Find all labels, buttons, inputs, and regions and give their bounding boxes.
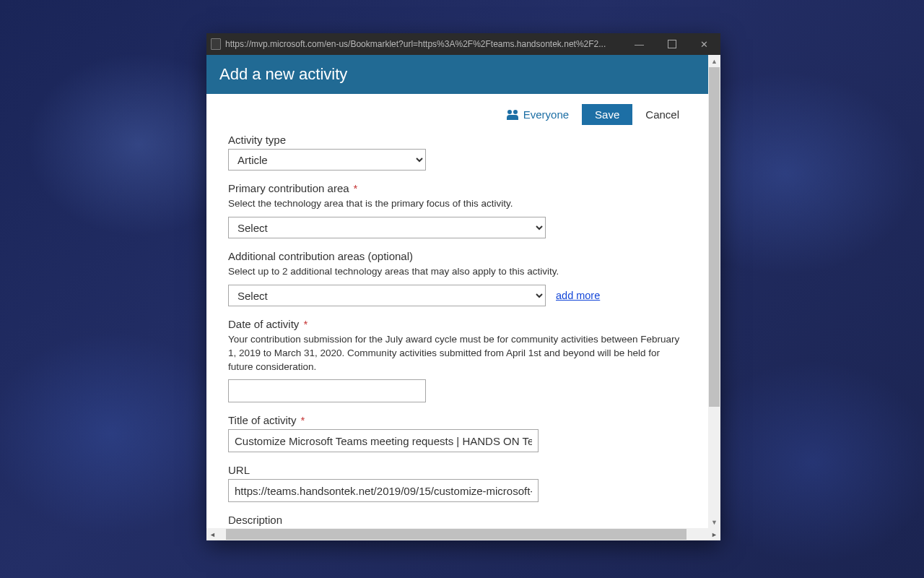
input-title[interactable] bbox=[228, 429, 539, 452]
vertical-scrollbar[interactable]: ▲ ▼ bbox=[708, 55, 720, 528]
minimize-button[interactable]: — bbox=[623, 33, 655, 55]
label-title: Title of activity* bbox=[228, 414, 687, 426]
field-activity-type: Activity type Article bbox=[228, 134, 687, 171]
visibility-label: Everyone bbox=[523, 108, 569, 121]
horizontal-scrollbar[interactable]: ◄ ► bbox=[206, 528, 720, 540]
select-additional-areas[interactable]: Select bbox=[228, 285, 546, 306]
page-title: Add a new activity bbox=[206, 55, 708, 94]
field-description: Description bbox=[228, 514, 687, 528]
add-more-link[interactable]: add more bbox=[556, 290, 600, 301]
field-primary-area: Primary contribution area* Select the te… bbox=[228, 182, 687, 238]
help-date: Your contribution submission for the Jul… bbox=[228, 333, 687, 374]
select-activity-type[interactable]: Article bbox=[228, 149, 426, 171]
input-url[interactable] bbox=[228, 479, 539, 502]
label-description: Description bbox=[228, 514, 687, 526]
field-date: Date of activity* Your contribution subm… bbox=[228, 318, 687, 403]
visibility-everyone[interactable]: Everyone bbox=[506, 108, 569, 121]
page: Add a new activity Everyone Save Cancel … bbox=[206, 55, 708, 528]
help-additional-areas: Select up to 2 additional technology are… bbox=[228, 265, 687, 279]
help-primary-area: Select the technology area that is the p… bbox=[228, 197, 687, 211]
field-url: URL bbox=[228, 464, 687, 502]
scroll-right-arrow[interactable]: ► bbox=[708, 528, 720, 540]
select-primary-area[interactable]: Select bbox=[228, 217, 546, 238]
address-bar-text: https://mvp.microsoft.com/en-us/Bookmark… bbox=[225, 39, 623, 49]
page-icon bbox=[211, 38, 221, 50]
label-url: URL bbox=[228, 464, 687, 476]
people-icon bbox=[506, 110, 519, 120]
cancel-button[interactable]: Cancel bbox=[645, 108, 679, 121]
required-marker: * bbox=[354, 182, 358, 194]
label-activity-type: Activity type bbox=[228, 134, 687, 146]
horizontal-scroll-track[interactable] bbox=[219, 528, 708, 540]
scroll-left-arrow[interactable]: ◄ bbox=[206, 528, 219, 540]
label-additional-areas: Additional contribution areas (optional) bbox=[228, 250, 687, 262]
horizontal-scroll-thumb[interactable] bbox=[226, 529, 687, 540]
required-marker: * bbox=[300, 414, 305, 426]
vertical-scroll-thumb[interactable] bbox=[709, 67, 720, 407]
scroll-up-arrow[interactable]: ▲ bbox=[708, 55, 720, 67]
close-button[interactable]: ✕ bbox=[688, 33, 720, 55]
app-window: https://mvp.microsoft.com/en-us/Bookmark… bbox=[206, 33, 720, 540]
label-date: Date of activity* bbox=[228, 318, 687, 330]
content-area: Add a new activity Everyone Save Cancel … bbox=[206, 55, 720, 540]
label-primary-area: Primary contribution area* bbox=[228, 182, 687, 194]
save-button[interactable]: Save bbox=[582, 104, 632, 125]
input-date[interactable] bbox=[228, 379, 426, 402]
field-title: Title of activity* bbox=[228, 414, 687, 452]
required-marker: * bbox=[303, 318, 308, 330]
titlebar[interactable]: https://mvp.microsoft.com/en-us/Bookmark… bbox=[206, 33, 720, 55]
field-additional-areas: Additional contribution areas (optional)… bbox=[228, 250, 687, 306]
action-bar: Everyone Save Cancel bbox=[206, 94, 708, 129]
activity-form: Activity type Article Primary contributi… bbox=[206, 129, 708, 528]
scroll-down-arrow[interactable]: ▼ bbox=[708, 516, 720, 528]
maximize-button[interactable] bbox=[655, 33, 688, 55]
